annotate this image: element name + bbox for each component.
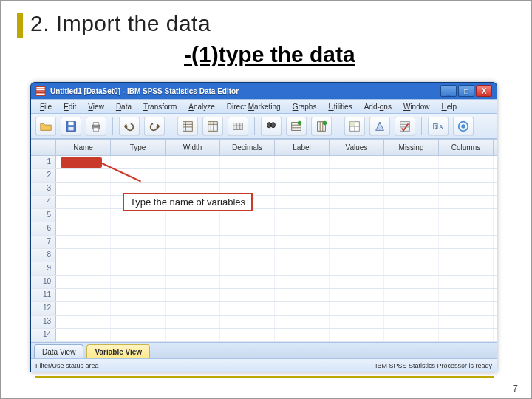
undo-icon[interactable] bbox=[119, 117, 140, 136]
slide-bottom-rule bbox=[35, 376, 494, 378]
highlight-marker bbox=[61, 157, 102, 168]
spss-icon bbox=[35, 86, 46, 96]
svg-point-23 bbox=[461, 124, 465, 128]
col-width[interactable]: Width bbox=[166, 140, 220, 155]
open-file-icon[interactable] bbox=[35, 117, 56, 136]
row-number: 6 bbox=[31, 222, 56, 235]
table-row[interactable]: 3 bbox=[31, 183, 497, 196]
table-row[interactable]: 8 bbox=[31, 249, 497, 262]
find-icon[interactable] bbox=[261, 117, 282, 136]
table-row[interactable]: 14 bbox=[31, 329, 497, 342]
svg-point-12 bbox=[298, 120, 301, 124]
menu-data[interactable]: Data bbox=[110, 101, 137, 112]
insert-case-icon[interactable] bbox=[286, 117, 307, 136]
svg-text:1: 1 bbox=[435, 123, 438, 129]
row-number: 7 bbox=[31, 236, 56, 248]
svg-rect-1 bbox=[68, 121, 73, 125]
col-missing[interactable]: Missing bbox=[384, 140, 439, 155]
toolbar-separator bbox=[338, 117, 338, 135]
table-row[interactable]: 4 bbox=[31, 196, 497, 209]
table-row[interactable]: 10 bbox=[31, 276, 497, 289]
table-row[interactable]: 7 bbox=[31, 236, 497, 249]
row-number: 1 bbox=[31, 156, 56, 168]
accent-bar bbox=[17, 13, 23, 38]
variable-grid: Name Type Width Decimals Label Values Mi… bbox=[31, 139, 497, 342]
menu-file[interactable]: File bbox=[34, 101, 58, 112]
menu-edit[interactable]: Edit bbox=[58, 101, 82, 112]
col-name[interactable]: Name bbox=[56, 140, 111, 155]
svg-point-17 bbox=[379, 122, 381, 124]
table-row[interactable]: 13 bbox=[31, 316, 497, 329]
weight-cases-icon[interactable] bbox=[369, 117, 390, 136]
svg-rect-18 bbox=[400, 121, 410, 131]
tab-data-view[interactable]: Data View bbox=[34, 344, 83, 358]
svg-text:A: A bbox=[440, 123, 443, 129]
column-headers: Name Type Width Decimals Label Values Mi… bbox=[31, 140, 497, 156]
view-tabs: Data View Variable View bbox=[31, 342, 497, 358]
value-labels-icon[interactable]: 1A bbox=[428, 117, 449, 136]
select-cases-icon[interactable] bbox=[395, 117, 415, 136]
row-number: 4 bbox=[31, 196, 56, 208]
table-row[interactable]: 12 bbox=[31, 302, 497, 316]
menu-direct-marketing[interactable]: Direct Marketing bbox=[221, 101, 287, 112]
col-decimals[interactable]: Decimals bbox=[220, 140, 275, 155]
menu-help[interactable]: Help bbox=[436, 101, 463, 112]
menu-graphs[interactable]: Graphs bbox=[287, 101, 323, 112]
toolbar-separator bbox=[171, 117, 171, 135]
row-number: 10 bbox=[31, 276, 56, 288]
svg-rect-7 bbox=[208, 121, 218, 131]
slide-number: 7 bbox=[513, 383, 518, 394]
goto-variable-icon[interactable] bbox=[202, 117, 223, 136]
insert-variable-icon[interactable] bbox=[311, 117, 332, 136]
goto-case-icon[interactable] bbox=[177, 117, 198, 136]
slide-subtitle: -(1)type the data bbox=[184, 42, 355, 67]
minimize-button[interactable]: _ bbox=[440, 85, 457, 97]
col-values[interactable]: Values bbox=[330, 140, 384, 155]
maximize-button[interactable]: □ bbox=[458, 85, 474, 97]
corner-cell bbox=[31, 140, 56, 155]
status-right: IBM SPSS Statistics Processor is ready bbox=[375, 362, 492, 369]
row-number: 5 bbox=[31, 209, 56, 222]
svg-point-14 bbox=[323, 120, 327, 124]
callout-box: Type the name of variables bbox=[123, 193, 253, 211]
close-button[interactable]: X bbox=[476, 85, 492, 97]
slide: 2. Import the data -(1)type the data Unt… bbox=[0, 0, 532, 399]
row-number: 14 bbox=[31, 329, 56, 341]
svg-rect-8 bbox=[233, 123, 243, 129]
row-number: 12 bbox=[31, 302, 56, 315]
menu-utilities[interactable]: Utilities bbox=[322, 101, 358, 112]
status-left: Filter/Use status area bbox=[35, 362, 99, 369]
save-icon[interactable] bbox=[61, 117, 81, 136]
spss-window: Untitled1 [DataSet0] - IBM SPSS Statisti… bbox=[30, 82, 497, 372]
svg-rect-4 bbox=[93, 122, 98, 125]
window-controls: _ □ X bbox=[440, 85, 492, 97]
use-sets-icon[interactable] bbox=[453, 117, 474, 136]
menu-window[interactable]: Window bbox=[398, 101, 436, 112]
window-title: Untitled1 [DataSet0] - IBM SPSS Statisti… bbox=[50, 87, 239, 95]
menu-transform[interactable]: Transform bbox=[137, 101, 183, 112]
grid-body[interactable]: Type the name of variables 1 2 3 4 5 6 7… bbox=[31, 156, 497, 342]
col-columns[interactable]: Columns bbox=[439, 140, 494, 155]
statusbar: Filter/Use status area IBM SPSS Statisti… bbox=[31, 358, 497, 372]
redo-icon[interactable] bbox=[144, 117, 165, 136]
table-row[interactable]: 5 bbox=[31, 209, 497, 222]
row-number: 13 bbox=[31, 316, 56, 328]
slide-title: 2. Import the data bbox=[30, 11, 211, 36]
menubar: File Edit View Data Transform Analyze Di… bbox=[31, 99, 497, 114]
tab-variable-view[interactable]: Variable View bbox=[86, 344, 150, 358]
table-row[interactable]: 2 bbox=[31, 169, 497, 183]
menu-view[interactable]: View bbox=[82, 101, 110, 112]
col-type[interactable]: Type bbox=[111, 140, 166, 155]
window-titlebar[interactable]: Untitled1 [DataSet0] - IBM SPSS Statisti… bbox=[31, 83, 497, 99]
col-label[interactable]: Label bbox=[275, 140, 330, 155]
split-file-icon[interactable] bbox=[344, 117, 365, 136]
menu-analyze[interactable]: Analyze bbox=[183, 101, 221, 112]
table-row[interactable]: 6 bbox=[31, 222, 497, 236]
print-icon[interactable] bbox=[86, 117, 106, 136]
table-row[interactable]: 11 bbox=[31, 289, 497, 302]
menu-addons[interactable]: Add-ons bbox=[358, 101, 398, 112]
svg-rect-6 bbox=[183, 121, 193, 131]
table-row[interactable]: 9 bbox=[31, 262, 497, 276]
row-number: 2 bbox=[31, 169, 56, 182]
variables-icon[interactable] bbox=[228, 117, 248, 136]
